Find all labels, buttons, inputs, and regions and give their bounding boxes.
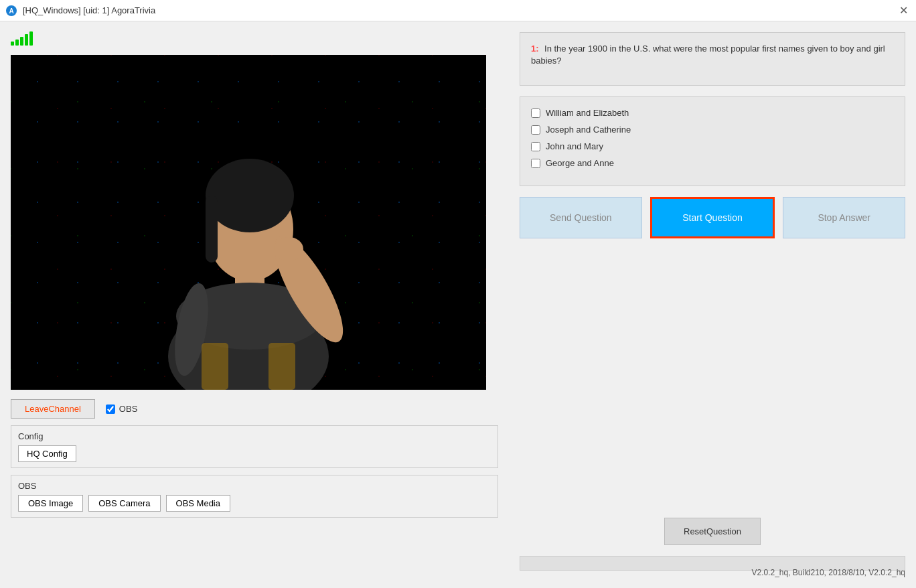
leave-channel-button[interactable]: LeaveChannel [11, 399, 95, 419]
hq-config-button[interactable]: HQ Config [18, 445, 76, 462]
answer-checkbox-1[interactable] [531, 108, 540, 118]
obs-camera-button[interactable]: OBS Camera [88, 495, 160, 512]
right-panel: 1: In the year 1900 in the U.S. what wer… [509, 21, 916, 588]
send-question-button[interactable]: Send Question [520, 197, 642, 238]
signal-indicator [11, 29, 498, 46]
answer-checkbox-3[interactable] [531, 142, 540, 151]
signal-bar-4 [25, 34, 28, 46]
question-box: 1: In the year 1900 in the U.S. what wer… [520, 32, 905, 86]
window-title: [HQ_Windows] [uid: 1] AgoraTrivia [23, 5, 155, 15]
answer-option-3: John and Mary [531, 141, 894, 151]
reset-question-button[interactable]: ResetQuestion [664, 518, 761, 545]
video-feed [11, 55, 486, 390]
controls-row: LeaveChannel OBS [11, 399, 498, 419]
start-question-button[interactable]: Start Question [650, 197, 775, 238]
question-text: In the year 1900 in the U.S. what were t… [531, 44, 885, 66]
answer-option-2: Joseph and Catherine [531, 125, 894, 135]
question-number: 1: [531, 44, 539, 54]
signal-bar-3 [20, 37, 23, 46]
answer-label-3: John and Mary [546, 141, 603, 151]
obs-checkbox[interactable] [106, 405, 115, 414]
obs-image-button[interactable]: OBS Image [18, 495, 83, 512]
answer-label-2: Joseph and Catherine [546, 125, 631, 135]
obs-media-button[interactable]: OBS Media [166, 495, 230, 512]
title-bar: A [HQ_Windows] [uid: 1] AgoraTrivia ✕ [0, 0, 916, 21]
svg-text:A: A [9, 7, 13, 15]
svg-rect-11 [269, 343, 295, 390]
answer-checkbox-2[interactable] [531, 125, 540, 135]
svg-rect-5 [206, 196, 218, 263]
obs-section: OBS OBS Image OBS Camera OBS Media [11, 475, 498, 518]
stop-answer-button[interactable]: Stop Answer [783, 197, 905, 238]
version-info: V2.0.2_hq, Build210, 2018/8/10, V2.0.2_h… [751, 568, 905, 577]
answer-label-4: George and Anne [546, 158, 614, 168]
obs-checkbox-label[interactable]: OBS [106, 404, 137, 414]
close-button[interactable]: ✕ [897, 4, 911, 17]
obs-buttons-group: OBS Image OBS Camera OBS Media [18, 495, 491, 512]
action-buttons: Send Question Start Question Stop Answer [520, 197, 905, 238]
signal-bar-5 [29, 31, 33, 46]
signal-bar-1 [11, 42, 14, 46]
left-panel: LeaveChannel OBS Config HQ Config OBS OB… [0, 21, 509, 588]
person-silhouette [148, 108, 349, 390]
svg-point-4 [206, 159, 294, 232]
answer-option-4: George and Anne [531, 158, 894, 168]
obs-section-label: OBS [18, 481, 491, 491]
answer-option-1: William and Elizabeth [531, 108, 894, 118]
answers-box: William and Elizabeth Joseph and Catheri… [520, 96, 905, 186]
svg-point-9 [274, 237, 303, 261]
answer-label-1: William and Elizabeth [546, 108, 629, 118]
answer-checkbox-4[interactable] [531, 159, 540, 168]
app-icon: A [5, 5, 17, 17]
config-label: Config [18, 431, 491, 441]
config-section: Config HQ Config [11, 425, 498, 468]
svg-rect-12 [202, 343, 228, 390]
signal-bar-2 [15, 40, 19, 46]
obs-label: OBS [119, 404, 137, 414]
